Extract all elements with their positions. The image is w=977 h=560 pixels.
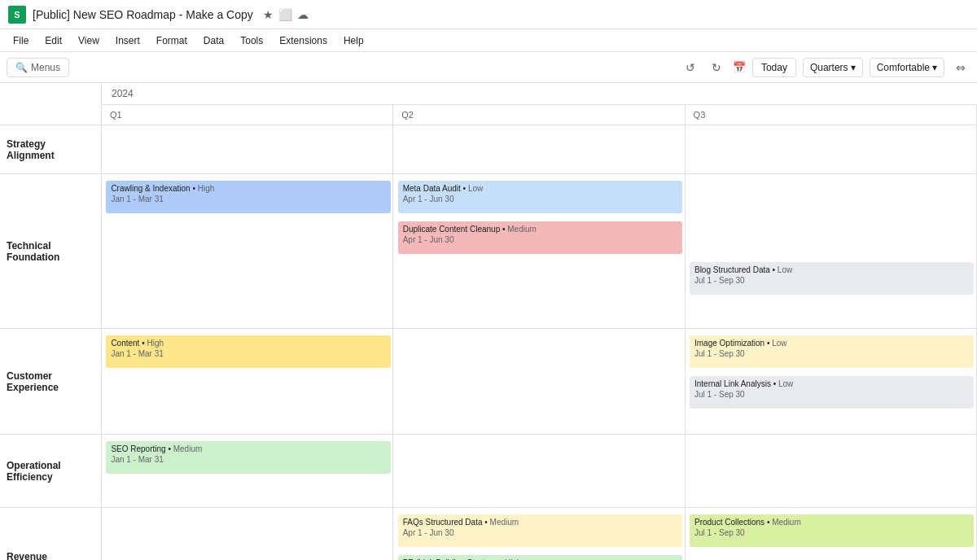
task-date: Jan 1 - Mar 31 xyxy=(111,348,385,359)
task-title: Product Collections • Medium xyxy=(694,518,801,527)
gantt-row-strategy xyxy=(102,125,977,174)
redo-button[interactable]: ↻ xyxy=(707,58,726,77)
q1-bg xyxy=(102,125,393,173)
menu-bar: File Edit View Insert Format Data Tools … xyxy=(0,29,977,52)
menu-tools[interactable]: Tools xyxy=(234,33,269,48)
search-label: Menus xyxy=(31,62,60,73)
task-crawling[interactable]: Crawling & Indexation • High Jan 1 - Mar… xyxy=(106,181,390,213)
toolbar: 🔍 Menus ↺ ↻ 📅 Today Quarters ▾ Comfortab… xyxy=(0,52,977,83)
folder-icon[interactable]: ⬜ xyxy=(278,8,292,21)
row-labels: Strategy Alignment TechnicalFoundation C… xyxy=(0,83,102,560)
cloud-icon[interactable]: ☁ xyxy=(297,8,309,21)
title-bar: S [Public] New SEO Roadmap - Make a Copy… xyxy=(0,0,977,29)
quarter-row: Q1 Q2 Q3 xyxy=(102,105,977,125)
comfortable-dropdown[interactable]: Comfortable ▾ xyxy=(870,58,944,77)
row-bg xyxy=(102,125,977,173)
task-date: Jul 1 - Sep 30 xyxy=(694,275,969,286)
gantt-row-operational: SEO Reporting • Medium Jan 1 - Mar 31 xyxy=(102,435,977,508)
task-date: Jul 1 - Sep 30 xyxy=(694,389,969,400)
q3-bg xyxy=(686,435,977,507)
menu-view[interactable]: View xyxy=(72,33,106,48)
q2-bg xyxy=(393,329,685,434)
today-button[interactable]: Today xyxy=(752,58,796,77)
row-label-revenue: Revenue xyxy=(0,508,101,560)
menu-edit[interactable]: Edit xyxy=(38,33,68,48)
undo-button[interactable]: ↺ xyxy=(681,58,700,77)
task-title: Meta Data Audit • Low xyxy=(403,184,484,193)
q2-bg xyxy=(393,435,685,507)
task-title: Crawling & Indexation • High xyxy=(111,184,214,193)
app-icon: S xyxy=(8,6,26,24)
task-title: Image Optimization • Low xyxy=(694,339,787,348)
menu-extensions[interactable]: Extensions xyxy=(273,33,334,48)
menu-format[interactable]: Format xyxy=(150,33,194,48)
title-icons: ★ ⬜ ☁ xyxy=(263,8,309,21)
menu-help[interactable]: Help xyxy=(337,33,370,48)
task-duplicate[interactable]: Duplicate Content Cleanup • Medium Apr 1… xyxy=(398,221,682,254)
row-label-technical: TechnicalFoundation xyxy=(0,174,101,329)
quarter-q3: Q3 xyxy=(686,105,977,125)
chevron-down-icon: ▾ xyxy=(851,62,856,73)
task-date: Apr 1 - Jun 30 xyxy=(403,234,677,245)
quarter-q2: Q2 xyxy=(393,105,685,125)
task-pr-link[interactable]: PR /Link Building Strategy • High Apr 1 … xyxy=(398,555,682,560)
quarter-q1: Q1 xyxy=(102,105,393,125)
gantt-row-technical: Crawling & Indexation • High Jan 1 - Mar… xyxy=(102,174,977,329)
row-label-strategy: Strategy Alignment xyxy=(0,125,101,174)
label-header xyxy=(0,83,101,125)
row-label-customer: CustomerExperience xyxy=(0,329,101,435)
task-title: Duplicate Content Cleanup • Medium xyxy=(403,225,537,234)
task-title: Internal Link Analysis • Low xyxy=(694,379,793,388)
q2-bg xyxy=(393,125,685,173)
doc-title: [Public] New SEO Roadmap - Make a Copy xyxy=(33,8,253,21)
gantt-rows: Crawling & Indexation • High Jan 1 - Mar… xyxy=(102,125,977,560)
menu-insert[interactable]: Insert xyxy=(109,33,147,48)
search-button[interactable]: 🔍 Menus xyxy=(7,58,69,77)
star-icon[interactable]: ★ xyxy=(263,8,274,21)
task-date: Jan 1 - Mar 31 xyxy=(111,194,385,204)
task-internal-link[interactable]: Internal Link Analysis • Low Jul 1 - Sep… xyxy=(690,376,974,409)
gantt-row-revenue: FAQs Structured Data • Medium Apr 1 - Ju… xyxy=(102,508,977,560)
task-title: Content • High xyxy=(111,339,164,348)
task-date: Jan 1 - Mar 31 xyxy=(111,454,385,465)
task-title: FAQs Structured Data • Medium xyxy=(403,518,519,527)
task-product-collections[interactable]: Product Collections • Medium Jul 1 - Sep… xyxy=(690,514,974,547)
task-metadata[interactable]: Meta Data Audit • Low Apr 1 - Jun 30 xyxy=(398,181,682,213)
q3-bg xyxy=(686,174,977,328)
task-date: Jul 1 - Sep 30 xyxy=(694,527,969,538)
gantt-header: 2024 Q1 Q2 Q3 xyxy=(102,83,977,125)
task-image-opt[interactable]: Image Optimization • Low Jul 1 - Sep 30 xyxy=(690,335,974,368)
q1-bg xyxy=(102,508,393,560)
gantt-chart: 2024 Q1 Q2 Q3 xyxy=(102,83,977,560)
task-faqs[interactable]: FAQs Structured Data • Medium Apr 1 - Ju… xyxy=(398,514,682,547)
quarters-dropdown[interactable]: Quarters ▾ xyxy=(803,58,863,77)
task-blog-structured[interactable]: Blog Structured Data • Low Jul 1 - Sep 3… xyxy=(690,262,974,295)
task-seo-reporting[interactable]: SEO Reporting • Medium Jan 1 - Mar 31 xyxy=(106,441,390,474)
pin-button[interactable]: ⇔ xyxy=(951,58,970,77)
task-date: Apr 1 - Jun 30 xyxy=(403,527,677,538)
task-title: SEO Reporting • Medium xyxy=(111,444,202,453)
calendar-icon: 📅 xyxy=(733,61,746,73)
search-icon: 🔍 xyxy=(15,62,28,73)
menu-file[interactable]: File xyxy=(7,33,35,48)
gantt-row-customer: Content • High Jan 1 - Mar 31 Image Opti… xyxy=(102,329,977,435)
menu-data[interactable]: Data xyxy=(197,33,230,48)
gantt-container: Strategy Alignment TechnicalFoundation C… xyxy=(0,83,977,560)
task-date: Jul 1 - Sep 30 xyxy=(694,348,969,359)
chevron-down-icon2: ▾ xyxy=(932,62,937,73)
task-date: Apr 1 - Jun 30 xyxy=(403,194,677,204)
q3-bg xyxy=(686,125,977,173)
year-row: 2024 xyxy=(102,83,977,105)
task-title: Blog Structured Data • Low xyxy=(694,265,792,274)
task-content[interactable]: Content • High Jan 1 - Mar 31 xyxy=(106,335,390,368)
row-label-operational: OperationalEfficiency xyxy=(0,435,101,508)
